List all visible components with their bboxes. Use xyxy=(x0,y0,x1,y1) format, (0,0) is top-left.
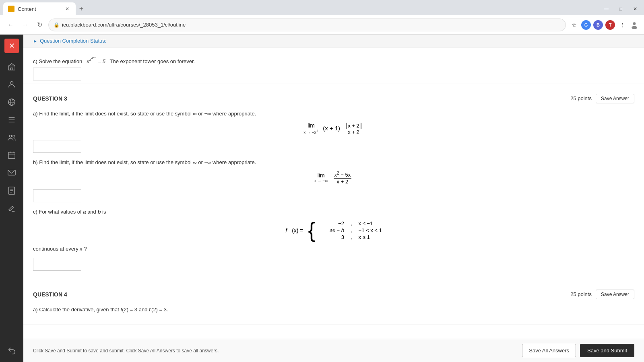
question4-section: QUESTION 4 25 points Save Answer a) Calc… xyxy=(23,283,644,325)
close-icon: ✕ xyxy=(9,41,15,50)
completion-banner[interactable]: ► Question Completion Status: xyxy=(23,35,644,47)
extension-icon-3[interactable]: T xyxy=(605,20,615,30)
question3-part-a-input[interactable] xyxy=(33,140,81,153)
extension-icon-2[interactable]: B xyxy=(593,20,603,30)
back-nav-button[interactable]: ← xyxy=(5,19,16,31)
reload-nav-button[interactable]: ↻ xyxy=(34,19,45,31)
sidebar-item-message[interactable] xyxy=(4,166,19,180)
browser-chrome: — □ ✕ Content ✕ + ← → ↻ 🔒 ieu.blackboard… xyxy=(0,0,644,35)
sidebar-item-edit[interactable] xyxy=(4,201,19,216)
minimize-button[interactable]: — xyxy=(601,3,612,14)
window-controls: — □ ✕ xyxy=(601,3,641,14)
save-all-answers-button[interactable]: Save All Answers xyxy=(522,344,576,357)
question3-header: QUESTION 3 25 points Save Answer xyxy=(33,94,634,103)
sidebar-item-person[interactable] xyxy=(4,77,19,92)
tab-label: Content xyxy=(18,6,36,12)
question3-part-b-text: b) Find the limit, if the limit does not… xyxy=(33,158,634,167)
settings-icon[interactable]: ⋮ xyxy=(617,20,627,30)
math-exponent-tower: xxx... = 5 xyxy=(87,58,107,64)
svg-point-11 xyxy=(10,135,12,138)
sidebar-item-calendar[interactable] xyxy=(4,148,19,162)
completion-label: Question Completion Status: xyxy=(40,38,106,44)
bookmark-icon[interactable]: ☆ xyxy=(569,20,579,30)
question3-part-c-continuous-text: continuous at every x ? xyxy=(33,245,634,253)
question3-part-b-input[interactable] xyxy=(33,189,81,202)
question4-header: QUESTION 4 25 points Save Answer xyxy=(33,290,634,299)
new-tab-button[interactable]: + xyxy=(76,3,87,14)
save-and-submit-button[interactable]: Save and Submit xyxy=(580,344,634,357)
question4-meta: 25 points Save Answer xyxy=(570,290,634,299)
sidebar-item-globe[interactable] xyxy=(4,95,19,109)
question3-part-b-math: lim x → −∞ x2 − 5x x + 2 xyxy=(33,171,634,184)
sidebar-item-back[interactable] xyxy=(4,343,19,358)
lock-icon: 🔒 xyxy=(54,22,60,28)
question3-part-a-math: lim x → −2+ (x + 1) x + 2 x + 2 xyxy=(33,122,634,135)
svg-point-0 xyxy=(633,22,636,25)
question4-points: 25 points xyxy=(570,291,592,297)
extension-icon-1[interactable]: G xyxy=(581,20,591,30)
profile-icon[interactable] xyxy=(630,20,639,30)
question3-part-c-math: f(x) = { −2,x ≤ −1 ax − b,−1 < x < 1 3,x… xyxy=(33,220,634,240)
sidebar-item-users[interactable] xyxy=(4,130,19,145)
forward-nav-button[interactable]: → xyxy=(19,19,31,31)
sidebar-close-button[interactable]: ✕ xyxy=(4,39,19,53)
question4-save-answer-button[interactable]: Save Answer xyxy=(596,290,634,299)
sidebar-item-notepad[interactable] xyxy=(4,183,19,198)
close-button[interactable]: ✕ xyxy=(630,3,641,14)
address-bar[interactable]: 🔒 ieu.blackboard.com/ultra/courses/_2805… xyxy=(48,19,566,31)
main-container: ✕ xyxy=(0,35,644,362)
svg-point-12 xyxy=(13,135,15,138)
question4-part-a-text: a) Calculate the derivative, given that … xyxy=(33,306,634,314)
question3-title: QUESTION 3 xyxy=(33,95,67,102)
url-text: ieu.blackboard.com/ultra/courses/_28053_… xyxy=(62,22,186,28)
question3-save-answer-button[interactable]: Save Answer xyxy=(596,94,634,103)
tab-favicon xyxy=(8,6,14,12)
svg-point-1 xyxy=(632,26,637,29)
question3-meta: 25 points Save Answer xyxy=(570,94,634,103)
question3-part-c-text: c) For what values of a and b is xyxy=(33,208,634,216)
svg-point-4 xyxy=(10,82,13,84)
question3-part-c-input[interactable] xyxy=(33,258,81,271)
content-area: ► Question Completion Status: c) Solve t… xyxy=(23,35,644,362)
partial-question: c) Solve the equation xxx... = 5 The exp… xyxy=(23,47,644,80)
sidebar-item-institution[interactable] xyxy=(4,60,19,74)
question3-part-a-text: a) Find the limit, if the limit does not… xyxy=(33,110,634,118)
question3-section: QUESTION 3 25 points Save Answer a) Find… xyxy=(23,87,644,283)
question3-points: 25 points xyxy=(570,95,592,101)
completion-arrow-icon: ► xyxy=(33,39,37,43)
question4-title: QUESTION 4 xyxy=(33,291,67,298)
svg-rect-3 xyxy=(10,68,13,70)
nav-icons: ☆ G B T ⋮ xyxy=(569,20,639,30)
tab-close-icon[interactable]: ✕ xyxy=(64,5,71,12)
sidebar-item-list[interactable] xyxy=(4,113,19,127)
partial-part-c-label: c) Solve the equation xxx... = 5 The exp… xyxy=(33,54,634,64)
maximize-button[interactable]: □ xyxy=(615,3,626,14)
active-tab[interactable]: Content ✕ xyxy=(3,2,76,15)
footer-info-text: Click Save and Submit to save and submit… xyxy=(33,348,219,354)
tab-bar: — □ ✕ Content ✕ + xyxy=(0,0,644,15)
bottom-footer: Click Save and Submit to save and submit… xyxy=(23,339,644,362)
footer-actions: Save All Answers Save and Submit xyxy=(522,344,634,357)
svg-rect-13 xyxy=(8,152,15,159)
nav-bar: ← → ↻ 🔒 ieu.blackboard.com/ultra/courses… xyxy=(0,15,644,35)
sidebar: ✕ xyxy=(0,35,23,362)
partial-answer-input[interactable] xyxy=(33,68,81,80)
